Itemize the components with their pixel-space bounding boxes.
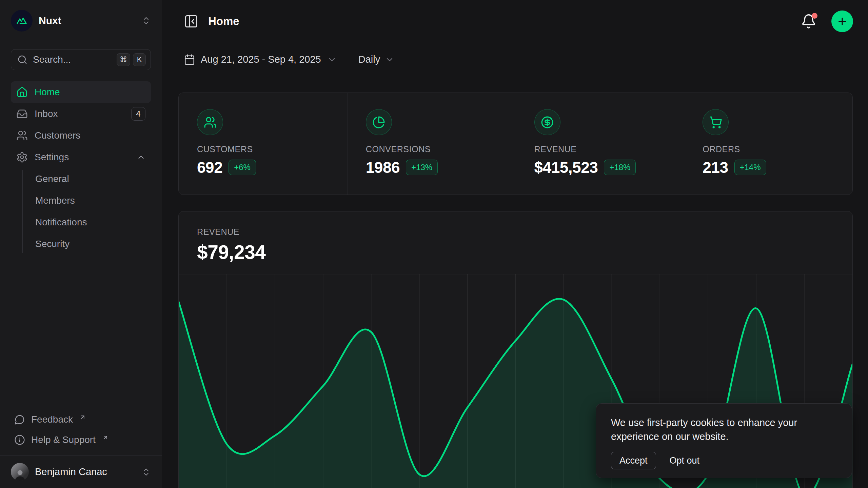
top-bar: Home [162,0,868,43]
info-circle-icon [14,434,25,445]
sidebar-item-home[interactable]: Home [11,81,151,103]
search-placeholder: Search... [33,54,111,65]
sidebar-item-notifications[interactable]: Notifications [11,211,151,233]
granularity-value: Daily [358,54,380,65]
stat-orders[interactable]: ORDERS 213 +14% [684,93,852,195]
sidebar-item-security[interactable]: Security [11,233,151,255]
avatar [11,463,29,481]
cookie-banner: We use first-party cookies to enhance yo… [596,403,852,478]
stat-label: CUSTOMERS [197,144,347,154]
date-range-picker[interactable]: Aug 21, 2025 - Sep 4, 2025 [184,54,337,65]
stat-customers[interactable]: CUSTOMERS 692 +6% [179,93,347,195]
add-button[interactable] [831,11,853,32]
gear-icon [16,151,28,163]
sidebar-item-label: Settings [35,152,130,163]
workspace-name: Nuxt [39,15,135,26]
stat-label: REVENUE [534,144,684,154]
opt-out-button[interactable]: Opt out [670,455,700,466]
cart-icon [703,109,729,135]
user-name: Benjamin Canac [35,466,135,477]
calendar-icon [184,54,195,65]
user-menu[interactable]: Benjamin Canac [11,456,151,488]
dollar-circle-icon [534,109,560,135]
stat-value: 1986 [366,158,400,177]
sidebar: Nuxt Search... ⌘ K [0,0,162,488]
sidebar-collapse-button[interactable] [184,14,199,29]
sub-item-label: General [35,174,69,184]
granularity-select[interactable]: Daily [358,54,394,65]
users-icon [16,130,28,141]
stat-value: 213 [703,158,728,177]
inbox-icon [16,108,28,120]
sidebar-item-members[interactable]: Members [11,190,151,211]
stat-value: 692 [197,158,222,177]
search-input[interactable]: Search... ⌘ K [11,49,151,70]
users-icon [197,109,223,135]
chevron-down-icon [327,55,337,64]
sub-item-label: Members [35,195,75,206]
chevrons-up-down-icon [141,16,151,25]
kbd-k: K [133,53,146,66]
stats-card: CUSTOMERS 692 +6% CONVERSIONS 1986 [178,93,853,195]
stat-delta-badge: +6% [229,160,256,175]
home-icon [16,86,28,98]
chevron-down-icon [385,55,394,64]
inbox-count-badge: 4 [131,107,145,121]
external-link-icon [80,414,86,420]
chevrons-up-down-icon [141,467,151,477]
stat-revenue[interactable]: REVENUE $415,523 +18% [516,93,684,195]
notification-dot [812,13,817,19]
search-icon [17,55,27,65]
submenu-guide-line [22,170,23,253]
external-link-icon [102,434,108,441]
sub-item-label: Notifications [35,217,87,228]
sidebar-item-settings[interactable]: Settings [11,146,151,168]
filter-bar: Aug 21, 2025 - Sep 4, 2025 Daily [162,43,868,76]
stat-conversions[interactable]: CONVERSIONS 1986 +13% [347,93,516,195]
foot-item-label: Help & Support [31,434,96,445]
cookie-message: We use first-party cookies to enhance yo… [611,416,814,444]
revenue-total: $79,234 [197,241,852,263]
sidebar-item-customers[interactable]: Customers [11,125,151,146]
pie-chart-icon [366,109,392,135]
page-title: Home [208,15,239,28]
sidebar-item-feedback[interactable]: Feedback [11,409,151,430]
nuxt-logo [11,10,33,32]
sidebar-item-inbox[interactable]: Inbox 4 [11,103,151,125]
stat-label: ORDERS [703,144,852,154]
search-shortcut: ⌘ K [117,53,146,66]
sub-item-label: Security [35,239,70,249]
message-bubble-icon [14,414,25,425]
stat-delta-badge: +14% [734,160,766,175]
sidebar-item-label: Home [35,87,145,98]
accept-button[interactable]: Accept [611,452,656,469]
sidebar-item-label: Customers [35,130,145,141]
sidebar-footer: Feedback Help & Support Benjamin [11,409,151,488]
stat-label: CONVERSIONS [366,144,516,154]
sidebar-item-label: Inbox [35,108,124,119]
sidebar-item-help-support[interactable]: Help & Support [11,430,151,450]
stat-delta-badge: +13% [406,160,438,175]
stat-value: $415,523 [534,158,598,177]
revenue-label: REVENUE [197,227,852,237]
notifications-button[interactable] [801,13,818,30]
sidebar-nav: Home Inbox 4 C [11,81,151,255]
date-range-value: Aug 21, 2025 - Sep 4, 2025 [201,54,321,65]
settings-submenu: General Members Notifications Security [11,168,151,255]
stat-delta-badge: +18% [604,160,636,175]
sidebar-item-general[interactable]: General [11,168,151,190]
kbd-meta: ⌘ [117,53,130,66]
foot-item-label: Feedback [31,414,73,425]
workspace-switcher[interactable]: Nuxt [11,8,151,33]
chevron-up-icon [137,153,145,162]
